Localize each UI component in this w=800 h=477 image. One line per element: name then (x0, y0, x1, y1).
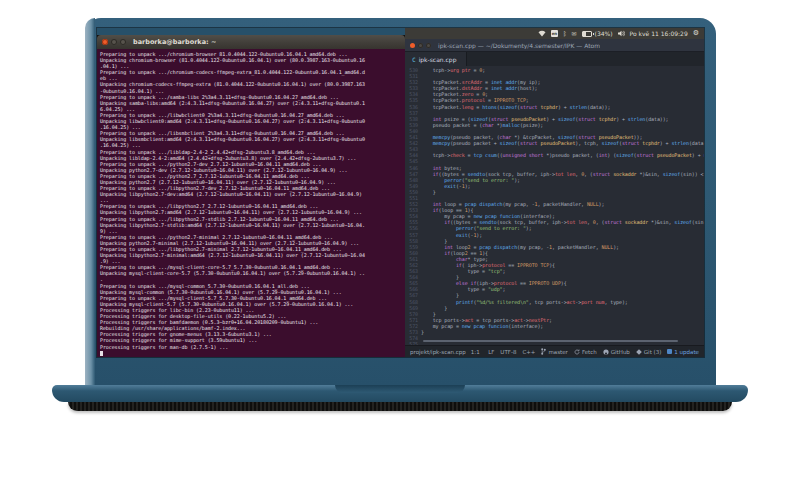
terminal-line: Unpacking mysql-client-core-5.7 (5.7.30-… (100, 270, 405, 276)
git-branch-icon (541, 348, 546, 355)
laptop-lid: barborka@barborka: ~ Preparing to unpack… (85, 18, 716, 385)
battery-nub (593, 33, 594, 35)
tab-ipk-scan[interactable]: C ipk-scan.cpp (405, 52, 467, 66)
terminal-line: Unpacking libpython2.7:amd64 (2.7.12-1ub… (100, 209, 405, 215)
gear-icon[interactable]: ⚙ (693, 30, 699, 37)
git-icon (636, 349, 642, 355)
statusbar-cursor-position[interactable]: 1:1 (471, 349, 480, 355)
volume-icon[interactable] (618, 30, 625, 37)
statusbar-git[interactable]: Git (3) (636, 349, 662, 355)
atom-minimize-button[interactable] (418, 43, 423, 48)
terminal-maximize-button[interactable] (120, 39, 126, 45)
laptop-base-notch (335, 385, 465, 393)
mail-icon[interactable]: ✉ (572, 31, 577, 37)
fetch-refresh-icon (574, 349, 580, 355)
battery-icon (582, 31, 592, 37)
atom-window-title: ipk-scan.cpp — ~/Dokumenty/4.semester/IP… (438, 42, 600, 49)
github-icon (603, 349, 609, 355)
top-panel: en ᛒ ✉ (34%) Po kvě 11 16:09:29 ⚙ (405, 28, 704, 39)
cpp-file-icon: C (412, 56, 416, 63)
statusbar-github[interactable]: GitHub (603, 349, 630, 355)
battery-percent: (34%) (595, 30, 613, 37)
terminal-line: Unpacking chromium-browser (81.0.4044.12… (100, 57, 405, 63)
wifi-icon[interactable] (538, 30, 546, 37)
terminal-minimize-button[interactable] (111, 39, 117, 45)
code-line: 544 tcph->check = tcp_csum((unsigned sho… (405, 152, 704, 158)
terminal-line: Unpacking libsmbclient:amd64 (2:4.3.11+d… (100, 136, 405, 142)
terminal-output[interactable]: Preparing to unpack .../chromium-browser… (97, 49, 405, 357)
update-icon (667, 349, 672, 354)
desktop-wallpaper (97, 28, 405, 35)
system-tray: en ᛒ ✉ (34%) Po kvě 11 16:09:29 ⚙ (538, 30, 699, 37)
statusbar-line-ending[interactable]: LF (488, 349, 494, 355)
desktop-right: en ᛒ ✉ (34%) Po kvě 11 16:09:29 ⚙ (405, 28, 704, 357)
statusbar-branch[interactable]: master (541, 348, 567, 355)
terminal-line: Unpacking libpython2.7-minimal:amd64 (2.… (100, 252, 405, 258)
statusbar-grammar[interactable]: C++ (522, 349, 535, 355)
laptop-mockup: barborka@barborka: ~ Preparing to unpack… (0, 0, 800, 477)
terminal-line: Unpacking libpython2.7-stdlib:amd64 (2.7… (100, 222, 405, 228)
terminal-cursor (100, 351, 103, 356)
terminal-window: barborka@barborka: ~ Preparing to unpack… (97, 35, 405, 357)
code-lines: 530 tcph->urg_ptr = 0;531532 tcpPacket.s… (405, 67, 704, 345)
screen: barborka@barborka: ~ Preparing to unpack… (97, 28, 704, 357)
horizontal-scrollbar[interactable] (423, 340, 678, 342)
terminal-cursor-line (100, 350, 405, 356)
statusbar-updates[interactable]: 1 update (667, 349, 699, 355)
terminal-line: Unpacking samba-libs:amd64 (2:4.3.11+dfs… (100, 100, 405, 106)
bluetooth-icon[interactable]: ᛒ (563, 30, 567, 37)
atom-close-button[interactable] (410, 43, 415, 48)
clock[interactable]: Po kvě 11 16:09:29 (630, 30, 688, 37)
laptop-bottom (68, 402, 732, 411)
battery-indicator[interactable]: (34%) (582, 30, 613, 37)
terminal-line: Unpacking libwbclient0:amd64 (2:4.3.11+d… (100, 118, 405, 124)
atom-maximize-button[interactable] (426, 43, 431, 48)
statusbar-fetch[interactable]: Fetch (574, 349, 597, 355)
atom-tabbar: C ipk-scan.cpp (405, 52, 704, 66)
code-line: 542 memcpy(pseudo_packet + sizeof(struct… (405, 140, 704, 146)
atom-titlebar: ipk-scan.cpp — ~/Dokumenty/4.semester/IP… (405, 39, 704, 52)
terminal-titlebar: barborka@barborka: ~ (97, 35, 405, 49)
line-number: 575 (405, 341, 421, 345)
laptop-base (52, 385, 748, 402)
keyboard-layout-indicator[interactable]: en (551, 30, 558, 37)
statusbar-file-path[interactable]: projekt/ipk-scan.cpp (410, 349, 466, 355)
statusbar-encoding[interactable]: UTF-8 (500, 349, 516, 355)
code-editor[interactable]: 530 tcph->urg_ptr = 0;531532 tcpPacket.s… (405, 66, 704, 345)
atom-statusbar: projekt/ipk-scan.cpp 1:1 LF UTF-8 C++ ma… (405, 345, 704, 357)
terminal-close-button[interactable] (102, 39, 108, 45)
terminal-line: Unpacking libpython2.7-dev:amd64 (2.7.12… (100, 191, 405, 197)
terminal-title: barborka@barborka: ~ (133, 38, 216, 46)
tab-label: ipk-scan.cpp (419, 56, 457, 63)
terminal-line: Unpacking chromium-codecs-ffmpeg-extra (… (100, 81, 405, 87)
terminal-line: Preparing to unpack .../chromium-codecs-… (100, 69, 405, 75)
laptop-lid-edge (85, 18, 95, 385)
desktop-left: barborka@barborka: ~ Preparing to unpack… (97, 28, 405, 357)
